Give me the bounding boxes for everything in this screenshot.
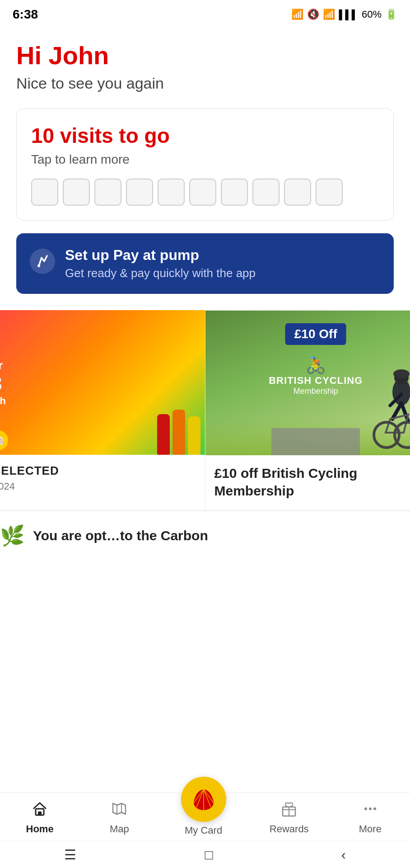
bluetooth-icon: 📶 xyxy=(291,9,303,20)
visit-box-5 xyxy=(158,179,185,206)
visit-box-4 xyxy=(126,179,153,206)
svg-point-1 xyxy=(37,264,40,267)
mute-icon: 🔇 xyxy=(307,9,319,20)
promo-left-date: 2024 xyxy=(0,481,196,492)
visit-box-10 xyxy=(316,179,343,206)
greeting-hi: Hi John xyxy=(16,41,394,70)
svg-rect-12 xyxy=(38,811,42,815)
rewards-icon xyxy=(281,801,297,821)
promo-image-drinks: or 3 tch 🐚 xyxy=(0,310,205,455)
visits-boxes xyxy=(31,179,379,206)
svg-point-23 xyxy=(364,807,367,810)
svg-point-4 xyxy=(393,369,410,378)
bottle-red xyxy=(157,414,170,455)
visits-subtitle: Tap to learn more xyxy=(31,152,379,167)
system-menu-button[interactable]: ☰ xyxy=(64,847,76,863)
promo-card-cycling[interactable]: £10 Off 🚴 BRITISH CYCLING Membership xyxy=(205,310,410,511)
promo-card-drinks[interactable]: or 3 tch 🐚 SELECTED 2024 xyxy=(0,310,205,511)
nav-more[interactable]: More xyxy=(352,801,388,835)
nav-map-label: Map xyxy=(110,823,129,835)
visits-title: 10 visits to go xyxy=(31,123,379,148)
visit-box-3 xyxy=(94,179,121,206)
visit-box-7 xyxy=(221,179,248,206)
home-icon xyxy=(32,801,48,821)
cycling-badge: £10 Off xyxy=(285,323,346,345)
pay-pump-title: Set up Pay at pump xyxy=(65,247,256,264)
visits-card[interactable]: 10 visits to go Tap to learn more xyxy=(16,108,394,221)
bottom-nav: Home Map My xyxy=(0,793,410,841)
battery-icon: 🔋 xyxy=(385,9,397,20)
wifi-icon: 📶 xyxy=(323,9,335,20)
british-cycling-logo: 🚴 BRITISH CYCLING Membership xyxy=(269,356,363,396)
bc-name: BRITISH CYCLING xyxy=(269,375,363,387)
svg-point-0 xyxy=(30,249,55,274)
nav-mycard-label: My Card xyxy=(185,825,222,836)
more-icon xyxy=(362,801,378,821)
battery-percent: 60% xyxy=(362,9,382,20)
nav-more-label: More xyxy=(359,823,382,835)
pay-pump-icon xyxy=(30,249,55,279)
nav-map[interactable]: Map xyxy=(101,801,137,835)
status-icons: 📶 🔇 📶 ▌▌▌ 60% 🔋 xyxy=(291,9,397,20)
nav-mycard[interactable]: My Card xyxy=(181,777,226,836)
cyclist-figure xyxy=(368,356,410,455)
system-nav: ☰ □ ‹ xyxy=(0,841,410,868)
pay-pump-sub: Get ready & pay quickly with the app xyxy=(65,266,256,280)
bottles xyxy=(157,410,200,455)
promo-card-cycling-body: £10 off British Cycling Membership xyxy=(205,455,410,510)
system-home-button[interactable]: □ xyxy=(205,847,213,863)
bottle-orange xyxy=(172,410,185,455)
pay-pump-text: Set up Pay at pump Get ready & pay quick… xyxy=(65,247,256,280)
visit-box-2 xyxy=(63,179,90,206)
map-icon xyxy=(111,801,127,821)
visit-box-1 xyxy=(31,179,58,206)
svg-point-24 xyxy=(369,807,372,810)
signal-icon: ▌▌▌ xyxy=(339,9,358,20)
promo-row: or 3 tch 🐚 SELECTED 2024 £10 Off xyxy=(0,310,410,511)
svg-point-10 xyxy=(395,422,410,448)
status-time: 6:38 xyxy=(13,7,38,22)
nav-rewards[interactable]: Rewards xyxy=(270,801,309,835)
promo-left-text3: tch xyxy=(0,395,198,407)
status-bar: 6:38 📶 🔇 📶 ▌▌▌ 60% 🔋 xyxy=(0,0,410,27)
leaf-icon: 🌿 xyxy=(0,524,25,547)
nav-rewards-label: Rewards xyxy=(270,823,309,835)
bottle-yellow xyxy=(188,416,200,455)
system-back-button[interactable]: ‹ xyxy=(341,847,346,863)
promo-right-title: £10 off British Cycling Membership xyxy=(214,464,410,500)
promo-card-drinks-body: SELECTED 2024 xyxy=(0,455,205,503)
promo-left-text2: 3 xyxy=(0,373,198,395)
nav-home[interactable]: Home xyxy=(22,801,58,835)
bc-subtext: Membership xyxy=(269,387,363,396)
svg-point-25 xyxy=(373,807,376,810)
promo-left-tag: SELECTED xyxy=(0,464,196,478)
visit-box-8 xyxy=(252,179,280,206)
greeting-sub: Nice to see you again xyxy=(16,75,394,92)
visit-box-9 xyxy=(284,179,311,206)
carbon-text: You are opt…to the Carbon xyxy=(33,528,208,543)
pay-pump-banner[interactable]: Set up Pay at pump Get ready & pay quick… xyxy=(16,233,394,294)
shell-icon xyxy=(181,777,226,822)
nav-home-label: Home xyxy=(26,823,54,835)
visit-box-6 xyxy=(189,179,216,206)
main-content: Hi John Nice to see you again 10 visits … xyxy=(0,27,410,294)
promo-left-text1: or xyxy=(0,359,198,373)
carbon-section[interactable]: 🌿 You are opt…to the Carbon xyxy=(0,511,410,560)
promo-image-cycling: £10 Off 🚴 BRITISH CYCLING Membership xyxy=(205,311,410,455)
